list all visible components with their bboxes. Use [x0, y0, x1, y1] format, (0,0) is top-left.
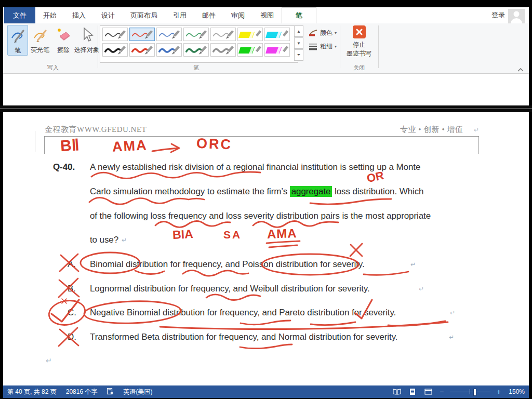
pen-tool-label: 笔: [15, 46, 21, 55]
doc-header-left: 金程教育WWW.GFEDU.NET: [45, 125, 147, 135]
zoom-level[interactable]: 150%: [507, 388, 525, 395]
option-a-text: Binomial distribution for frequency, and…: [90, 259, 365, 270]
print-layout-view-icon[interactable]: [407, 387, 418, 397]
question-line-2-post: loss distribution. Which: [332, 187, 423, 196]
tab-页面布局[interactable]: 页面布局: [123, 7, 165, 23]
paragraph-mark: ↵: [410, 261, 416, 268]
question-line-2-pre: Carlo simulation methodology to estimate…: [90, 187, 290, 196]
proofing-status-icon[interactable]: [107, 388, 114, 396]
highlighter-style-swatch[interactable]: [237, 43, 263, 57]
pen-style-swatch[interactable]: [210, 28, 236, 41]
paragraph-mark: ↵: [450, 309, 455, 316]
header-rule-right-tick: [478, 136, 479, 154]
ink-note-ama-top: AMA: [112, 137, 148, 155]
ink-note-sa: SA: [223, 229, 242, 241]
pen-style-swatch[interactable]: [183, 28, 209, 41]
paragraph-mark: ↵: [419, 285, 424, 292]
eraser-icon: [56, 27, 71, 43]
gallery-scroll-up-icon[interactable]: ▲: [294, 25, 303, 37]
option-c-letter: C.: [68, 308, 76, 318]
gallery-scroll-down-icon[interactable]: ▼: [294, 37, 303, 49]
highlighter-style-swatch[interactable]: [264, 28, 290, 41]
highlighter-tool-button[interactable]: 荧光笔: [28, 25, 52, 55]
ink-thickness-label: 粗细: [320, 42, 332, 51]
document-page[interactable]: [3, 112, 529, 385]
pen-style-swatch[interactable]: [210, 43, 236, 57]
doc-header-right: 专业 • 创新 • 增值: [400, 125, 463, 135]
tab-邮件[interactable]: 邮件: [194, 7, 223, 23]
account-avatar[interactable]: [508, 9, 525, 23]
pen-tool-button[interactable]: 笔: [7, 25, 28, 56]
web-layout-view-icon[interactable]: [423, 387, 433, 397]
stop-inking-button[interactable]: 停止 墨迹书写: [344, 25, 374, 58]
ink-thickness-button[interactable]: 粗细 ▾: [309, 42, 337, 51]
group-separator: [340, 25, 340, 68]
paragraph-mark: ↵: [474, 126, 479, 134]
tab-审阅[interactable]: 审阅: [223, 7, 252, 23]
pen-style-swatch[interactable]: [183, 43, 209, 57]
person-icon: [508, 9, 525, 23]
thickness-lines-icon: [309, 43, 318, 50]
pen-style-swatch[interactable]: [102, 28, 128, 41]
group-label-pen: 笔: [100, 64, 293, 72]
select-cursor-icon: [79, 27, 95, 43]
eraser-tool-button[interactable]: 擦除: [53, 25, 74, 55]
tab-视图[interactable]: 视图: [252, 7, 282, 23]
text-boundary-mark: [35, 131, 35, 152]
page-indicator[interactable]: 第 40 页, 共 82 页: [7, 388, 57, 396]
tab-插入[interactable]: 插入: [64, 7, 94, 23]
header-rule: [44, 136, 479, 137]
pen-style-swatch[interactable]: [129, 28, 155, 41]
zoom-out-button[interactable]: −: [438, 388, 445, 395]
ink-note-basel2: BⅡ: [60, 136, 80, 155]
stop-inking-label-line1: 停止: [353, 41, 365, 49]
pen-style-swatch[interactable]: [156, 43, 182, 57]
tab-设计[interactable]: 设计: [94, 7, 123, 23]
chevron-down-icon: ▾: [335, 44, 337, 49]
zoom-slider[interactable]: [450, 387, 490, 397]
select-objects-label: 选择对象: [74, 46, 99, 55]
read-mode-view-icon[interactable]: [392, 387, 402, 397]
gallery-scroll-arrows: ▲ ▼ ⏷: [294, 25, 302, 61]
stop-inking-label-line2: 墨迹书写: [347, 49, 371, 58]
option-d-text: Transformed Beta distribution for freque…: [90, 332, 397, 342]
collapse-ribbon-icon[interactable]: [517, 65, 524, 74]
pen-icon: [10, 28, 25, 43]
question-line-3: of the following loss frequency and loss…: [90, 211, 431, 221]
highlighter-style-swatch[interactable]: [264, 43, 290, 57]
group-separator: [378, 25, 379, 68]
language-indicator[interactable]: 英语(美国): [123, 388, 152, 396]
tab-开始[interactable]: 开始: [35, 7, 64, 23]
ink-color-button[interactable]: 颜色 ▾: [309, 29, 337, 37]
tab-笔[interactable]: 笔: [282, 7, 316, 23]
header-rule-left-tick: [44, 136, 45, 154]
group-label-write: 写入: [7, 64, 99, 72]
option-a-letter: A.: [68, 259, 76, 270]
tab-引用[interactable]: 引用: [165, 7, 194, 23]
gallery-expand-icon[interactable]: ⏷: [294, 49, 303, 61]
pen-style-swatch[interactable]: [129, 43, 155, 57]
highlighter-style-swatch[interactable]: [237, 28, 263, 41]
paragraph-mark: ↵: [46, 356, 52, 365]
eraser-tool-label: 擦除: [57, 46, 70, 55]
document-margin-area: [3, 74, 529, 105]
option-b-letter: B.: [68, 284, 76, 294]
zoom-slider-handle[interactable]: [473, 389, 476, 396]
group-separator: [98, 25, 98, 68]
word-count[interactable]: 20816 个字: [66, 388, 98, 396]
ink-note-ama: AMA: [267, 226, 298, 242]
option-b-text: Lognormal distribution for frequency, an…: [90, 284, 370, 294]
pen-style-swatch[interactable]: [156, 28, 182, 41]
paragraph-mark: ↵: [122, 236, 127, 244]
highlight-aggregate: aggregate: [290, 186, 332, 197]
ink-note-bia: BIA: [172, 227, 193, 242]
select-objects-button[interactable]: 选择对象: [74, 25, 100, 55]
tab-文件[interactable]: 文件: [4, 7, 35, 23]
paragraph-mark: ↵: [449, 334, 454, 341]
stop-inking-x-icon: [353, 25, 366, 38]
sign-in-link[interactable]: 登录: [491, 10, 505, 20]
question-line-4: to use?: [90, 235, 118, 245]
pen-style-swatch[interactable]: [102, 43, 128, 57]
option-c-text: Negative Binomial distribution for frequ…: [90, 308, 396, 318]
zoom-in-button[interactable]: +: [496, 388, 502, 395]
